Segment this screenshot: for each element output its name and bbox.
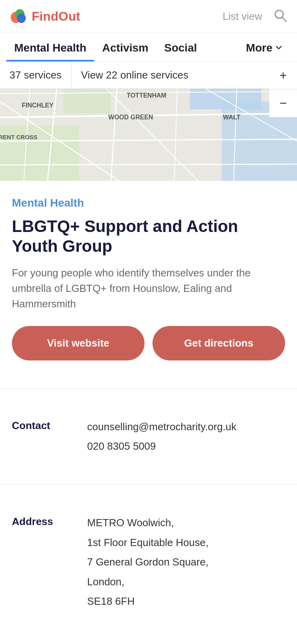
- service-category: Mental Health: [12, 197, 285, 209]
- get-directions-button[interactable]: Get directions: [152, 326, 285, 360]
- app-header: FindOut List view: [0, 0, 297, 33]
- contact-row: Contact counselling@metrocharity.org.uk …: [12, 419, 285, 458]
- tab-social[interactable]: Social: [156, 33, 205, 61]
- address-line: London,: [87, 574, 285, 590]
- svg-text:WALT: WALT: [223, 114, 240, 121]
- list-view-toggle[interactable]: List view: [223, 10, 262, 23]
- map-view[interactable]: EDMONTON TOTTENHAM FINCHLEY WOOD GREEN W…: [0, 62, 297, 181]
- address-line: METRO Woolwich,: [87, 515, 285, 531]
- header-right: List view: [223, 8, 287, 24]
- tab-mental-health[interactable]: Mental Health: [6, 33, 94, 61]
- online-services-link[interactable]: View 22 online services: [72, 62, 297, 89]
- address-line: SE18 6FH: [87, 593, 285, 610]
- service-detail: Mental Health LBGTQ+ Support and Action …: [0, 181, 297, 388]
- contact-phone[interactable]: 020 8305 5009: [87, 438, 285, 455]
- zoom-in-button[interactable]: +: [269, 62, 297, 90]
- contact-label: Contact: [12, 419, 75, 458]
- svg-text:TOTTENHAM: TOTTENHAM: [127, 92, 166, 99]
- logo-text: FindOut: [32, 9, 80, 24]
- logo-icon: [10, 7, 28, 25]
- svg-line-4: [282, 17, 286, 21]
- contact-section: Contact counselling@metrocharity.org.uk …: [0, 389, 297, 484]
- service-title: LBGTQ+ Support and Action Youth Group: [12, 217, 285, 257]
- svg-point-2: [17, 13, 26, 23]
- svg-text:FINCHLEY: FINCHLEY: [22, 102, 53, 109]
- address-section: Address METRO Woolwich,1st Floor Equitab…: [0, 485, 297, 639]
- map-zoom-controls: + −: [269, 62, 297, 117]
- logo[interactable]: FindOut: [10, 7, 80, 25]
- service-description: For young people who identify themselves…: [12, 265, 285, 312]
- action-buttons: Visit website Get directions: [12, 326, 285, 360]
- address-label: Address: [12, 515, 75, 613]
- map-overlay: 37 services View 22 online services: [0, 62, 297, 89]
- address-row: Address METRO Woolwich,1st Floor Equitab…: [12, 515, 285, 613]
- svg-text:WOOD GREEN: WOOD GREEN: [109, 114, 153, 121]
- svg-text:BRENT CROSS: BRENT CROSS: [0, 134, 38, 140]
- address-line: 7 General Gordon Square,: [87, 554, 285, 571]
- contact-email[interactable]: counselling@metrocharity.org.uk: [87, 419, 285, 435]
- tab-more[interactable]: More: [238, 33, 291, 61]
- address-values: METRO Woolwich,1st Floor Equitable House…: [87, 515, 285, 613]
- category-nav: Mental Health Activism Social More: [0, 33, 297, 62]
- zoom-out-button[interactable]: −: [269, 90, 297, 117]
- chevron-down-icon: [275, 42, 283, 54]
- services-count[interactable]: 37 services: [0, 62, 72, 89]
- search-icon[interactable]: [273, 8, 287, 24]
- visit-website-button[interactable]: Visit website: [12, 326, 145, 360]
- tab-activism[interactable]: Activism: [94, 33, 156, 61]
- address-line: 1st Floor Equitable House,: [87, 535, 285, 551]
- contact-values: counselling@metrocharity.org.uk 020 8305…: [87, 419, 285, 458]
